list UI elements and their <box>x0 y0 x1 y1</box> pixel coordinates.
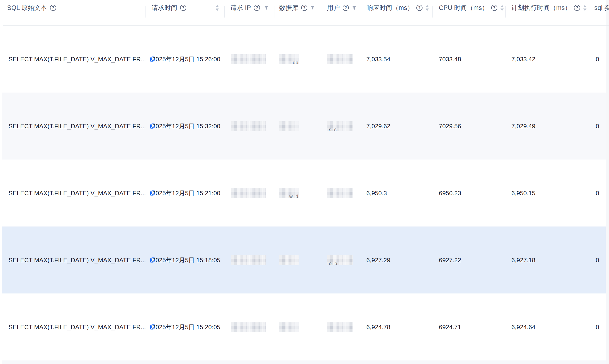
scrollbar-track[interactable] <box>606 0 609 364</box>
request-time-cell: 2025年12月5日 15:32:00 <box>152 122 220 130</box>
sort-icon[interactable] <box>500 5 504 11</box>
redacted-user-peek-text: s_s <box>329 127 337 131</box>
sql-exec-time-cell: 0 <box>596 122 599 130</box>
sql-text: SELECT MAX(T.FILE_DATE) V_MAX_DATE FR... <box>9 323 146 331</box>
table-row[interactable]: SELECT MAX(T.FILE_DATE) V_MAX_DATE FR...… <box>0 159 609 226</box>
help-glyph: ? <box>256 5 258 10</box>
sql-text: SELECT MAX(T.FILE_DATE) V_MAX_DATE FR... <box>9 256 146 264</box>
column-header-plan-exec-time[interactable]: 计划执行时间（ms） ? <box>511 0 587 16</box>
sort-icon[interactable] <box>215 5 219 11</box>
redacted-user: s_s <box>327 121 353 131</box>
help-icon[interactable]: ? <box>254 5 260 11</box>
plan-exec-time-cell: 6,950.15 <box>511 189 535 197</box>
sort-icon[interactable] <box>583 5 587 11</box>
redacted-database: _db <box>279 54 299 64</box>
column-header-sql-exec-time: sql 实 <box>594 0 609 16</box>
column-header-cpu-time[interactable]: CPU 时间（ms） ? <box>439 0 504 16</box>
help-icon[interactable]: ? <box>343 5 349 11</box>
column-label: 响应时间（ms） <box>367 3 414 12</box>
table-row[interactable]: SELECT MAX(T.FILE_DATE) V_MAX_DATE FR...… <box>0 26 609 92</box>
redacted-user <box>327 188 353 198</box>
column-label: 数据库 <box>279 3 298 12</box>
column-header-sql-text: SQL 原始文本 ? <box>7 0 56 16</box>
help-icon[interactable]: ? <box>301 5 307 11</box>
column-separator <box>505 6 506 17</box>
filter-icon[interactable] <box>352 5 357 10</box>
sql-exec-time-cell: 0 <box>596 323 599 331</box>
cpu-time-cell: 7033.48 <box>439 55 461 63</box>
column-label: 计划执行时间（ms） <box>511 3 571 12</box>
request-time-cell: 2025年12月5日 15:18:05 <box>152 256 220 264</box>
redacted-request-ip <box>231 188 266 198</box>
help-icon[interactable]: ? <box>491 5 497 11</box>
plan-exec-time-cell: 6,927.18 <box>511 256 535 264</box>
table-row[interactable]: SELECT MAX(T.FILE_DATE) V_MAX_DATE FR...… <box>0 293 609 361</box>
redacted-user-peek-text: o_b <box>329 261 337 265</box>
redacted-user: o_b <box>327 255 353 265</box>
column-header-request-ip[interactable]: 请求 IP ? <box>230 0 269 16</box>
header-bottom-border <box>3 25 609 26</box>
sort-icon[interactable] <box>425 5 429 11</box>
help-icon[interactable]: ? <box>180 5 186 11</box>
filter-icon[interactable] <box>310 5 315 10</box>
sql-text: SELECT MAX(T.FILE_DATE) V_MAX_DATE FR... <box>9 122 146 130</box>
help-icon[interactable]: ? <box>50 5 56 11</box>
help-icon[interactable]: ? <box>574 5 580 11</box>
column-separator <box>432 6 433 17</box>
sql-text-cell[interactable]: SELECT MAX(T.FILE_DATE) V_MAX_DATE FR... <box>9 55 155 63</box>
redacted-database <box>279 121 299 131</box>
column-header-request-time[interactable]: 请求时间 ? <box>152 0 219 16</box>
redacted-request-ip <box>231 255 266 265</box>
column-label: sql 实 <box>594 3 609 12</box>
sql-text-cell[interactable]: SELECT MAX(T.FILE_DATE) V_MAX_DATE FR... <box>9 122 155 130</box>
sql-text: SELECT MAX(T.FILE_DATE) V_MAX_DATE FR... <box>9 189 146 197</box>
help-glyph: ? <box>418 5 421 10</box>
help-glyph: ? <box>182 5 184 10</box>
cpu-time-cell: 6950.23 <box>439 189 461 197</box>
redacted-request-ip <box>231 121 266 131</box>
column-header-database[interactable]: 数据库 ? <box>279 0 315 16</box>
row-background <box>2 361 609 364</box>
help-glyph: ? <box>303 5 305 10</box>
redacted-database <box>279 255 299 265</box>
plan-exec-time-cell: 7,029.49 <box>511 122 535 130</box>
help-icon[interactable]: ? <box>416 5 423 11</box>
redacted-user <box>327 54 353 64</box>
help-glyph: ? <box>345 5 347 10</box>
redacted-database: w_d <box>279 188 299 198</box>
cpu-time-cell: 6924.71 <box>439 323 461 331</box>
response-time-cell: 6,950.3 <box>366 189 387 197</box>
redacted-database <box>279 322 299 332</box>
request-time-cell: 2025年12月5日 15:20:05 <box>152 323 220 331</box>
column-separator <box>224 6 225 17</box>
sql-text-cell[interactable]: SELECT MAX(T.FILE_DATE) V_MAX_DATE FR... <box>9 323 155 331</box>
table-row-partial[interactable] <box>0 361 609 364</box>
response-time-cell: 7,029.62 <box>366 122 390 130</box>
column-separator <box>589 6 589 17</box>
cpu-time-cell: 7029.56 <box>439 122 461 130</box>
response-time-cell: 6,924.78 <box>366 323 390 331</box>
request-time-cell: 2025年12月5日 15:26:00 <box>152 55 220 63</box>
column-label: 请求 IP <box>230 3 251 12</box>
table-row[interactable]: SELECT MAX(T.FILE_DATE) V_MAX_DATE FR...… <box>0 92 609 159</box>
column-header-user[interactable]: 用户 ? <box>327 0 356 16</box>
plan-exec-time-cell: 6,924.64 <box>511 323 535 331</box>
help-glyph: ? <box>493 5 495 10</box>
plan-exec-time-cell: 7,033.42 <box>511 55 535 63</box>
sql-exec-time-cell: 0 <box>596 256 599 264</box>
column-separator <box>321 6 321 17</box>
sql-exec-time-cell: 0 <box>596 55 599 63</box>
table-row[interactable]: SELECT MAX(T.FILE_DATE) V_MAX_DATE FR...… <box>0 226 609 293</box>
response-time-cell: 6,927.29 <box>366 256 390 264</box>
filter-icon[interactable] <box>264 5 269 10</box>
sql-text: SELECT MAX(T.FILE_DATE) V_MAX_DATE FR... <box>9 55 146 63</box>
column-header-response-time[interactable]: 响应时间（ms） ? <box>367 0 429 16</box>
table-header: SQL 原始文本 ? 请求时间 ? 请求 IP ? 数据库 ? 用 <box>0 0 609 26</box>
column-label: 用户 <box>327 3 340 12</box>
redacted-user-peek-text: _ <box>329 328 332 332</box>
column-label: 请求时间 <box>152 3 177 12</box>
sql-text-cell[interactable]: SELECT MAX(T.FILE_DATE) V_MAX_DATE FR... <box>9 256 155 264</box>
help-glyph: ? <box>576 5 578 10</box>
redacted-user: _ <box>327 322 353 332</box>
sql-text-cell[interactable]: SELECT MAX(T.FILE_DATE) V_MAX_DATE FR... <box>9 189 155 197</box>
